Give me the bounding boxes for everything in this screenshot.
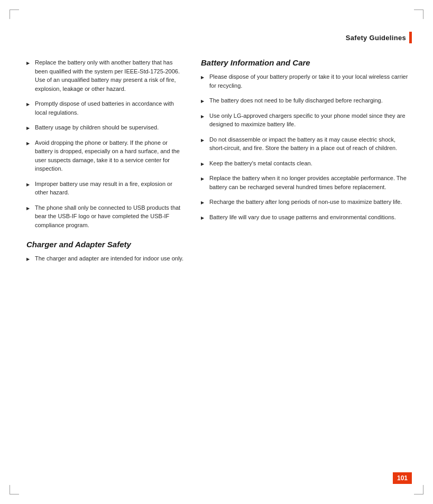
bullet-icon	[201, 97, 206, 105]
corner-mark-bl	[10, 485, 19, 494]
bullet-icon	[26, 59, 32, 67]
list-item: Keep the battery's metal contacts clean.	[201, 159, 412, 168]
bullet-icon	[201, 174, 206, 182]
list-item: The battery does not need to be fully di…	[201, 96, 412, 105]
bullet-icon	[201, 136, 206, 144]
bullet-icon	[26, 180, 32, 188]
bullet-icon	[201, 213, 206, 221]
bullet-icon	[26, 255, 32, 263]
corner-mark-br	[414, 485, 423, 494]
list-item: Improper battery use may result in a fir…	[26, 180, 185, 197]
battery-bullet-list: Please dispose of your battery properly …	[201, 72, 412, 221]
list-item: Replace the battery when it no longer pr…	[201, 174, 412, 191]
header: Safety Guidelines	[346, 32, 412, 43]
battery-section-heading: Battery Information and Care	[201, 58, 412, 67]
bullet-icon	[26, 124, 32, 132]
page-number: 101	[393, 472, 412, 484]
list-item: The phone shall only be connected to USB…	[26, 203, 185, 230]
charger-section-heading: Charger and Adapter Safety	[26, 240, 185, 249]
bullet-icon	[26, 204, 32, 212]
left-column: Replace the battery only with another ba…	[26, 58, 185, 269]
main-content: Replace the battery only with another ba…	[26, 58, 412, 269]
charger-bullet-list: The charger and adapter are intended for…	[26, 254, 185, 263]
right-column: Battery Information and Care Please disp…	[201, 58, 412, 269]
list-item: Promptly dispose of used batteries in ac…	[26, 99, 185, 117]
corner-mark-tl	[10, 10, 19, 19]
corner-mark-tr	[414, 10, 423, 19]
list-item: Avoid dropping the phone or battery. If …	[26, 138, 185, 173]
page: Safety Guidelines Replace the battery on…	[0, 0, 433, 504]
header-accent-bar	[409, 32, 412, 43]
bullet-icon	[201, 73, 206, 81]
list-item: Recharge the battery after long periods …	[201, 198, 412, 207]
list-item: The charger and adapter are intended for…	[26, 254, 185, 263]
bullet-icon	[201, 160, 206, 167]
list-item: Please dispose of your battery properly …	[201, 72, 412, 90]
bullet-icon	[26, 100, 32, 108]
list-item: Battery life will vary due to usage patt…	[201, 213, 412, 222]
list-item: Use only LG-approved chargers specific t…	[201, 111, 412, 129]
bullet-icon	[26, 139, 32, 147]
bullet-icon	[201, 198, 206, 206]
list-item: Battery usage by children should be supe…	[26, 123, 185, 132]
list-item: Replace the battery only with another ba…	[26, 58, 185, 93]
left-bullet-list: Replace the battery only with another ba…	[26, 58, 185, 229]
bullet-icon	[201, 112, 206, 120]
list-item: Do not disassemble or impact the battery…	[201, 135, 412, 153]
page-title: Safety Guidelines	[346, 34, 406, 42]
